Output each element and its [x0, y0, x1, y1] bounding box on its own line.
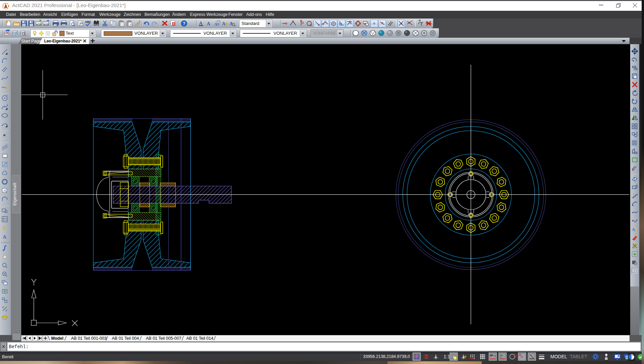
- svg-text:AB 01 Teil 014: AB 01 Teil 014: [186, 336, 213, 341]
- svg-text:AB 01 Teil 004: AB 01 Teil 004: [112, 336, 139, 341]
- svg-text:ACIS: ACIS: [36, 23, 41, 26]
- svg-text:TABLET: TABLET: [570, 354, 587, 359]
- svg-text:A: A: [199, 21, 203, 26]
- svg-text:A: A: [207, 21, 211, 26]
- svg-text:MODEL: MODEL: [550, 354, 567, 359]
- svg-text:AB 01 Teil 005-007: AB 01 Teil 005-007: [146, 336, 181, 341]
- svg-text:33956.2138,2184.9739,0: 33956.2138,2184.9739,0: [363, 354, 410, 359]
- svg-text:Model: Model: [51, 336, 63, 341]
- svg-text:A: A: [632, 227, 635, 232]
- svg-text:A: A: [2, 225, 6, 231]
- svg-text:1:1: 1:1: [444, 354, 450, 359]
- svg-text:ACIS: ACIS: [43, 23, 49, 26]
- svg-text:AB 01 Teil 001-003: AB 01 Teil 001-003: [71, 336, 106, 341]
- svg-text:?: ?: [183, 21, 186, 26]
- svg-text:A: A: [3, 234, 6, 240]
